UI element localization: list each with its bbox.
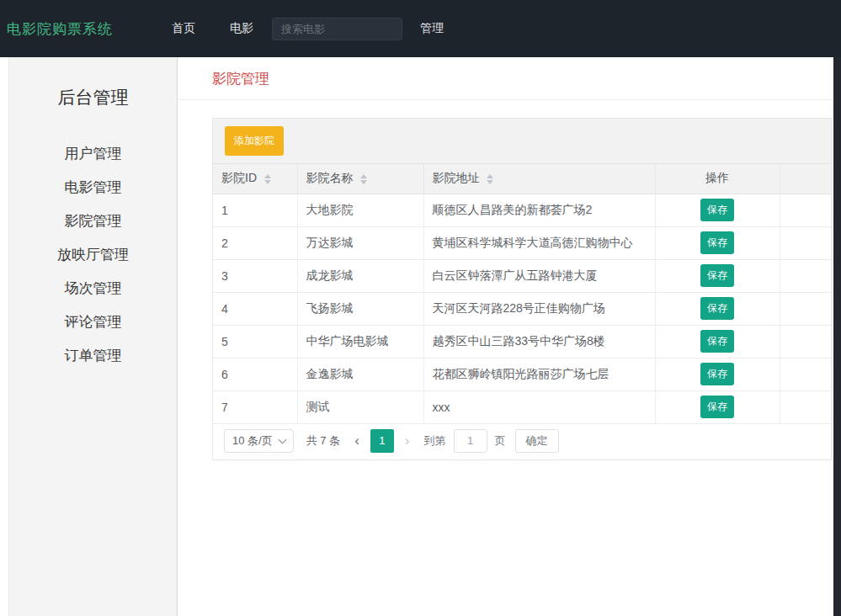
cell-cinema-id: 4	[213, 292, 297, 325]
column-header-label: 影院名称	[306, 171, 354, 184]
cell-cinema-address: 顺德区人昌路美的新都荟广场2	[423, 194, 655, 226]
cell-cinema-address: 黄埔区科学城科学大道高德汇购物中心	[423, 226, 655, 259]
cell-cinema-address: 花都区狮岭镇阳光路丽莎广场七层	[423, 358, 655, 390]
cell-cinema-name: 大地影院	[297, 194, 423, 226]
column-header-cinema-name[interactable]: 影院名称	[297, 164, 423, 194]
table-row: 3 成龙影城 白云区钟落潭广从五路钟港大厦 保存	[213, 259, 831, 292]
table-row: 5 中华广场电影城 越秀区中山三路33号中华广场8楼 保存	[213, 325, 831, 358]
cell-cinema-id: 5	[213, 325, 297, 358]
save-button[interactable]: 保存	[700, 264, 734, 287]
chevron-down-icon	[278, 435, 286, 443]
window-right-edge	[833, 0, 841, 616]
sidebar-item-sessions[interactable]: 场次管理	[9, 272, 177, 305]
cinema-table: 影院ID 影院名称 影院地址 操作	[213, 164, 831, 424]
nav-item-home[interactable]: 首页	[172, 21, 195, 36]
table-row: 4 飞扬影城 天河区天河路228号正佳购物广场 保存	[213, 292, 831, 325]
save-button[interactable]: 保存	[700, 396, 734, 418]
cell-cinema-address: xxx	[423, 390, 655, 423]
panel-heading: 添加影院	[213, 119, 831, 164]
column-header-label: 影院地址	[433, 171, 480, 184]
table-header-row: 影院ID 影院名称 影院地址 操作	[213, 164, 831, 194]
table-row: 6 金逸影城 花都区狮岭镇阳光路丽莎广场七层 保存	[213, 358, 831, 390]
page-title: 影院管理	[212, 69, 833, 88]
top-navbar: 电影院购票系统 首页 电影 管理	[0, 0, 841, 57]
column-header-actions: 操作	[655, 164, 780, 194]
save-button[interactable]: 保存	[700, 231, 734, 254]
sidebar-item-halls[interactable]: 放映厅管理	[9, 238, 177, 272]
sidebar-menu: 用户管理 电影管理 影院管理 放映厅管理 场次管理 评论管理 订单管理	[9, 137, 177, 373]
admin-sidebar: 后台管理 用户管理 电影管理 影院管理 放映厅管理 场次管理 评论管理 订单管理	[8, 57, 178, 616]
cell-cinema-name: 中华广场电影城	[297, 325, 423, 358]
column-header-cinema-id[interactable]: 影院ID	[213, 164, 297, 194]
save-button[interactable]: 保存	[700, 297, 734, 320]
cell-cinema-address: 越秀区中山三路33号中华广场8楼	[423, 325, 655, 358]
cell-cinema-name: 成龙影城	[297, 259, 423, 292]
total-count-label: 共 7 条	[306, 433, 340, 449]
column-header-empty	[780, 164, 831, 194]
sidebar-item-cinemas[interactable]: 影院管理	[9, 204, 177, 238]
column-header-label: 操作	[705, 171, 729, 184]
cell-cinema-id: 3	[213, 259, 297, 292]
table-row: 1 大地影院 顺德区人昌路美的新都荟广场2 保存	[213, 194, 831, 226]
sort-icon[interactable]	[264, 174, 271, 184]
search-input[interactable]	[272, 18, 402, 40]
prev-page-icon[interactable]: ‹	[354, 433, 359, 448]
save-button[interactable]: 保存	[700, 363, 734, 385]
page-size-label: 10 条/页	[232, 433, 273, 449]
column-header-label: 影院ID	[221, 171, 257, 184]
cell-cinema-name: 金逸影城	[297, 358, 423, 390]
add-cinema-button[interactable]: 添加影院	[225, 126, 284, 156]
nav-item-admin[interactable]: 管理	[420, 21, 444, 36]
goto-page-input[interactable]	[454, 429, 487, 453]
next-page-icon[interactable]: ›	[405, 433, 410, 448]
cell-cinema-id: 6	[213, 358, 297, 390]
save-button[interactable]: 保存	[700, 330, 734, 353]
pagination-bar: 10 条/页 共 7 条 ‹ 1 › 到第 页 确定	[213, 424, 831, 459]
cell-cinema-id: 7	[213, 390, 297, 423]
cell-cinema-address: 天河区天河路228号正佳购物广场	[423, 292, 655, 325]
cell-cinema-id: 2	[213, 226, 297, 259]
sidebar-title: 后台管理	[9, 86, 177, 109]
cinema-panel: 添加影院 影院ID 影院名称 影院地址	[212, 118, 832, 460]
page-unit-label: 页	[495, 433, 506, 449]
sort-icon[interactable]	[487, 174, 493, 184]
title-divider	[178, 99, 833, 100]
sort-icon[interactable]	[360, 174, 367, 184]
cell-cinema-name: 万达影城	[297, 226, 423, 259]
table-row: 2 万达影城 黄埔区科学城科学大道高德汇购物中心 保存	[213, 226, 831, 259]
column-header-cinema-address[interactable]: 影院地址	[423, 164, 655, 194]
page-size-select[interactable]: 10 条/页	[224, 429, 294, 453]
cell-cinema-name: 测试	[297, 390, 423, 423]
goto-page-label: 到第	[424, 433, 446, 449]
nav-item-movies[interactable]: 电影	[230, 21, 253, 36]
cell-cinema-name: 飞扬影城	[297, 292, 423, 325]
main-content: 影院管理 添加影院 影院ID 影院名称	[178, 57, 833, 616]
table-row: 7 测试 xxx 保存	[213, 390, 831, 423]
sidebar-item-users[interactable]: 用户管理	[9, 137, 177, 171]
sidebar-item-movies[interactable]: 电影管理	[9, 171, 177, 204]
save-button[interactable]: 保存	[700, 199, 734, 221]
sidebar-item-comments[interactable]: 评论管理	[9, 305, 177, 339]
confirm-button[interactable]: 确定	[515, 429, 559, 453]
cell-cinema-address: 白云区钟落潭广从五路钟港大厦	[423, 259, 655, 292]
app-brand[interactable]: 电影院购票系统	[7, 19, 113, 39]
current-page-button[interactable]: 1	[370, 429, 394, 453]
cell-cinema-id: 1	[213, 194, 297, 226]
sidebar-item-orders[interactable]: 订单管理	[9, 339, 177, 373]
